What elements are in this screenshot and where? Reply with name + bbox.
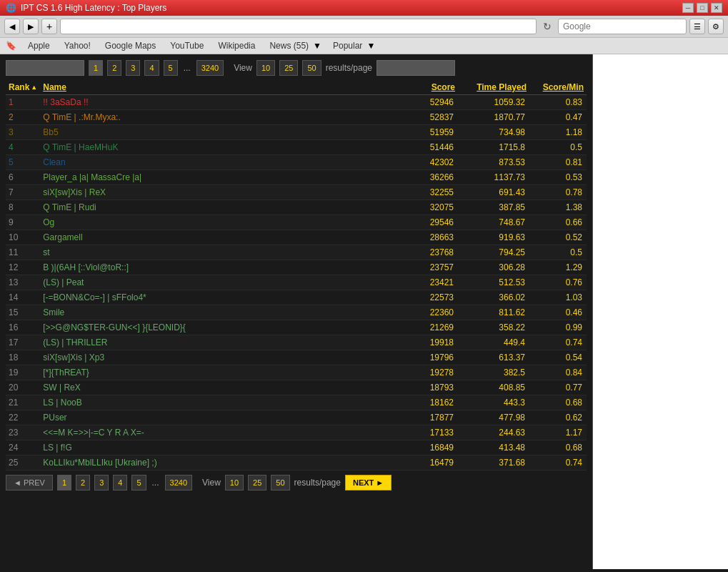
scoremin-header[interactable]: Score/Min [529,80,587,95]
name-cell[interactable]: st [40,245,401,260]
name-cell[interactable]: siX[sw]Xis | Xp3 [40,350,401,365]
table-row[interactable]: 24 LS | f!G 16849 413.48 0.68 [6,440,587,455]
rank-cell: 9 [6,215,40,230]
bottom-per-page-50[interactable]: 50 [271,475,289,490]
page-3-button[interactable]: 3 [126,60,140,76]
name-cell[interactable]: Smile [40,305,401,320]
name-cell[interactable]: [*]{ThREAT} [40,365,401,380]
bottom-page-5[interactable]: 5 [131,475,146,490]
table-row[interactable]: 23 <<=M K=>>|-=C Y R A X=- 17133 244.63 … [6,425,587,440]
name-cell[interactable]: (LS) | THRILLER [40,335,401,350]
table-row[interactable]: 20 SW | ReX 18793 408.85 0.77 [6,380,587,395]
name-cell[interactable]: Bb5 [40,125,401,140]
address-bar[interactable] [60,19,537,34]
bookmark-popular[interactable]: Popular ▼ [330,40,375,51]
name-cell[interactable]: (LS) | Peat [40,275,401,290]
reload-button[interactable]: ↻ [539,19,555,34]
page-5-button[interactable]: 5 [164,60,178,76]
scoremin-cell: 1.17 [529,425,587,440]
name-cell[interactable]: LS | f!G [40,440,401,455]
bottom-page-3[interactable]: 3 [94,475,109,490]
table-row[interactable]: 11 st 23768 794.25 0.5 [6,245,587,260]
time-played-header[interactable]: Time Played [458,80,529,95]
name-cell[interactable]: siX[sw]Xis | ReX [40,185,401,200]
score-header[interactable]: Score [401,80,458,95]
name-cell[interactable]: SW | ReX [40,380,401,395]
per-page-25[interactable]: 25 [279,60,298,76]
name-cell[interactable]: !! 3aSaDa !! [40,95,401,110]
name-header[interactable]: Name [40,80,401,95]
name-cell[interactable]: Player_a |a| MassaCre |a| [40,170,401,185]
table-row[interactable]: 8 Q TimE | Rudi 32075 387.85 1.38 [6,200,587,215]
table-row[interactable]: 15 Smile 22360 811.62 0.46 [6,305,587,320]
bookmark-wikipedia[interactable]: Wikipedia [215,40,258,51]
browser-menu-button[interactable]: ☰ [689,19,705,34]
table-row[interactable]: 4 Q TimE | HaeMHuK 51446 1715.8 0.5 [6,140,587,155]
minimize-button[interactable]: ─ [682,3,694,13]
name-cell[interactable]: Clean [40,155,401,170]
name-cell[interactable]: Gargamell [40,230,401,245]
page-4-button[interactable]: 4 [144,60,159,76]
bookmark-google-maps[interactable]: Google Maps [102,40,159,51]
table-row[interactable]: 6 Player_a |a| MassaCre |a| 36266 1137.7… [6,170,587,185]
results-search-input[interactable] [377,60,455,76]
table-row[interactable]: 17 (LS) | THRILLER 19918 449.4 0.74 [6,335,587,350]
page-1-button[interactable]: 1 [89,60,103,76]
bottom-per-page-10[interactable]: 10 [225,475,244,490]
name-cell[interactable]: PUser [40,410,401,425]
table-row[interactable]: 18 siX[sw]Xis | Xp3 19796 613.37 0.54 [6,350,587,365]
new-tab-button[interactable]: + [41,19,57,34]
name-cell[interactable]: <<=M K=>>|-=C Y R A X=- [40,425,401,440]
table-row[interactable]: 19 [*]{ThREAT} 19278 382.5 0.84 [6,365,587,380]
table-row[interactable]: 9 Og 29546 748.67 0.66 [6,215,587,230]
table-row[interactable]: 1 !! 3aSaDa !! 52946 1059.32 0.83 [6,95,587,110]
name-cell[interactable]: KoLLIku*MblLLIku [Ukraine] ;) [40,455,401,470]
next-button[interactable]: NEXT ► [345,475,392,490]
name-cell[interactable]: [>>G@NG$TER-GUN<<] }{LEONID}{ [40,320,401,335]
bottom-page-2[interactable]: 2 [76,475,90,490]
table-row[interactable]: 3 Bb5 51959 734.98 1.18 [6,125,587,140]
table-row[interactable]: 12 B )|(6AH [::Viol@toR::] 23757 306.28 … [6,260,587,275]
table-row[interactable]: 5 Clean 42302 873.53 0.81 [6,155,587,170]
bookmark-apple[interactable]: Apple [25,40,53,51]
page-2-button[interactable]: 2 [107,60,121,76]
per-page-50[interactable]: 50 [302,60,321,76]
prev-button[interactable]: ◄ PREV [6,475,53,490]
browser-settings-button[interactable]: ⚙ [708,19,724,34]
table-row[interactable]: 21 LS | NooB 18162 443.3 0.68 [6,395,587,410]
bookmark-yahoo[interactable]: Yahoo! [61,40,94,51]
table-row[interactable]: 13 (LS) | Peat 23421 512.53 0.76 [6,275,587,290]
player-search-input[interactable] [6,60,84,76]
close-button[interactable]: ✕ [711,3,722,13]
title-bar-controls[interactable]: ─ □ ✕ [682,3,722,13]
table-row[interactable]: 25 KoLLIku*MblLLIku [Ukraine] ;) 16479 3… [6,455,587,470]
name-cell[interactable]: LS | NooB [40,395,401,410]
table-row[interactable]: 7 siX[sw]Xis | ReX 32255 691.43 0.78 [6,185,587,200]
table-row[interactable]: 16 [>>G@NG$TER-GUN<<] }{LEONID}{ 21269 3… [6,320,587,335]
table-row[interactable]: 10 Gargamell 28663 919.63 0.52 [6,230,587,245]
name-cell[interactable]: Q TimE | .:Mr.Myxa:. [40,110,401,125]
bottom-page-4[interactable]: 4 [113,475,127,490]
name-cell[interactable]: Og [40,215,401,230]
table-row[interactable]: 2 Q TimE | .:Mr.Myxa:. 52837 1870.77 0.4… [6,110,587,125]
back-button[interactable]: ◀ [4,19,20,34]
bookmark-youtube[interactable]: YouTube [167,40,206,51]
page-3240-button[interactable]: 3240 [196,60,224,76]
bottom-per-page-25[interactable]: 25 [248,475,266,490]
rank-cell: 16 [6,320,40,335]
name-cell[interactable]: [-=BONN&Co=-] | sFFolo4* [40,290,401,305]
forward-button[interactable]: ▶ [23,19,39,34]
name-cell[interactable]: Q TimE | Rudi [40,200,401,215]
name-cell[interactable]: B )|(6AH [::Viol@toR::] [40,260,401,275]
per-page-10[interactable]: 10 [256,60,275,76]
bottom-page-1[interactable]: 1 [57,475,71,490]
table-row[interactable]: 22 PUser 17877 477.98 0.62 [6,410,587,425]
name-cell[interactable]: Q TimE | HaeMHuK [40,140,401,155]
search-input[interactable] [558,19,687,34]
bottom-page-3240[interactable]: 3240 [165,475,192,490]
bookmark-news[interactable]: News (55) ▼ [266,40,321,51]
page-area[interactable]: 1 2 3 4 5 ... 3240 View 10 25 50 results… [0,54,592,569]
rank-header[interactable]: Rank ▲ [6,80,40,95]
maximize-button[interactable]: □ [697,3,708,13]
table-row[interactable]: 14 [-=BONN&Co=-] | sFFolo4* 22573 366.02… [6,290,587,305]
